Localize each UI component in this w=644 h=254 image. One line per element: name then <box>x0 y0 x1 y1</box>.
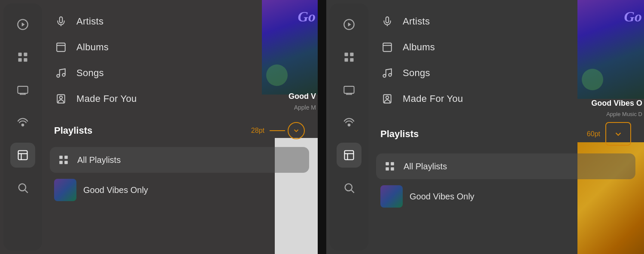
menu-item-made-for-you-2[interactable]: Made For You <box>376 86 635 112</box>
svg-rect-11 <box>18 151 27 160</box>
svg-point-19 <box>57 74 60 77</box>
all-playlists-row-2[interactable]: All Playlists <box>376 153 635 179</box>
svg-rect-51 <box>391 162 394 165</box>
made-for-you-label-2: Made For You <box>403 93 463 104</box>
sidebar-item-play-2[interactable] <box>337 12 361 37</box>
menu-item-artists-2[interactable]: Artists <box>376 9 635 34</box>
playlists-title-2: Playlists <box>380 129 419 140</box>
person-icon-2 <box>380 92 394 106</box>
svg-rect-50 <box>386 162 389 165</box>
playlists-controls: 28pt <box>251 122 305 139</box>
good-vibes-thumb-2 <box>380 185 403 208</box>
music-note-icon-2 <box>380 66 394 80</box>
svg-rect-2 <box>18 53 22 56</box>
playlists-controls-2: 60pt <box>587 122 631 146</box>
sidebar-item-search-2[interactable] <box>337 175 361 200</box>
svg-rect-44 <box>383 43 392 52</box>
svg-rect-29 <box>345 53 348 56</box>
good-vibes-row-2[interactable]: Good Vibes Only <box>376 182 635 211</box>
svg-point-47 <box>389 73 392 77</box>
svg-rect-32 <box>350 58 353 61</box>
sidebar-item-radio[interactable] <box>10 110 35 135</box>
svg-point-46 <box>383 74 386 77</box>
artists-label: Artists <box>76 16 103 27</box>
svg-point-20 <box>62 73 65 77</box>
sidebar-item-play[interactable] <box>10 12 35 37</box>
all-playlists-row[interactable]: All Playlists <box>50 147 309 173</box>
pt-label-1: 28pt <box>251 127 264 135</box>
svg-marker-28 <box>348 22 351 26</box>
svg-rect-53 <box>391 167 394 171</box>
sidebar-item-search[interactable] <box>10 175 35 200</box>
svg-line-42 <box>351 190 354 193</box>
svg-point-37 <box>348 124 350 126</box>
sidebar-item-library-2[interactable] <box>337 143 361 168</box>
all-playlists-label: All Playlists <box>77 155 121 165</box>
albums-label: Albums <box>76 42 109 53</box>
chevron-down-button-1[interactable] <box>288 122 305 139</box>
good-vibes-row[interactable]: Good Vibes Only <box>50 175 309 205</box>
svg-marker-1 <box>22 22 25 26</box>
menu-item-made-for-you[interactable]: Made For You <box>50 86 309 112</box>
sidebar-item-tv[interactable] <box>10 77 35 102</box>
album-icon <box>54 40 68 54</box>
svg-line-15 <box>25 190 27 193</box>
person-icon <box>54 92 68 106</box>
pt-label-2: 60pt <box>587 130 600 138</box>
sidebar-item-grid[interactable] <box>10 45 35 70</box>
menu-item-artists[interactable]: Artists <box>50 9 309 34</box>
sidebar-item-tv-2[interactable] <box>337 77 361 102</box>
music-note-icon <box>54 66 68 80</box>
svg-rect-3 <box>24 53 27 56</box>
menu-item-songs-2[interactable]: Songs <box>376 60 635 86</box>
songs-label: Songs <box>76 67 104 79</box>
svg-rect-25 <box>59 161 63 164</box>
svg-rect-4 <box>18 58 22 61</box>
svg-rect-5 <box>24 58 27 61</box>
svg-rect-31 <box>345 58 348 61</box>
mic-icon <box>54 15 68 28</box>
svg-point-22 <box>60 96 63 99</box>
menu-item-albums[interactable]: Albums <box>50 34 309 60</box>
artists-label-2: Artists <box>403 16 430 27</box>
svg-rect-23 <box>59 156 63 159</box>
svg-point-49 <box>386 96 389 99</box>
svg-rect-6 <box>18 86 27 93</box>
svg-rect-52 <box>386 167 389 171</box>
chevron-down-button-2[interactable] <box>605 122 631 146</box>
playlists-section-2: Playlists 60pt All Playlists Good Vibes <box>376 119 635 211</box>
svg-point-41 <box>345 184 352 191</box>
svg-rect-17 <box>57 43 65 52</box>
sidebar-item-library[interactable] <box>10 143 35 168</box>
svg-rect-38 <box>345 151 354 160</box>
svg-rect-30 <box>350 53 353 56</box>
svg-point-10 <box>22 124 24 126</box>
album-icon-2 <box>380 40 394 54</box>
svg-point-14 <box>19 184 26 191</box>
svg-rect-33 <box>344 86 354 93</box>
all-playlists-label-2: All Playlists <box>404 162 447 171</box>
songs-label-2: Songs <box>403 67 430 79</box>
playlists-title: Playlists <box>54 125 92 136</box>
sidebar-item-grid-2[interactable] <box>337 45 361 70</box>
grid-icon <box>57 153 70 167</box>
menu-item-songs[interactable]: Songs <box>50 60 309 86</box>
grid-icon-2 <box>383 159 397 173</box>
made-for-you-label: Made For You <box>76 93 137 104</box>
albums-label-2: Albums <box>403 42 435 53</box>
good-vibes-label: Good Vibes Only <box>83 185 148 195</box>
menu-item-albums-2[interactable]: Albums <box>376 34 635 60</box>
good-vibes-label-2b: Good Vibes Only <box>410 192 474 202</box>
mic-icon-2 <box>380 15 394 28</box>
svg-rect-26 <box>64 161 68 164</box>
playlists-section: Playlists 28pt All Playlists <box>50 119 309 205</box>
sidebar-item-radio-2[interactable] <box>337 110 361 135</box>
svg-rect-24 <box>64 156 68 159</box>
good-vibes-thumb <box>54 179 76 201</box>
